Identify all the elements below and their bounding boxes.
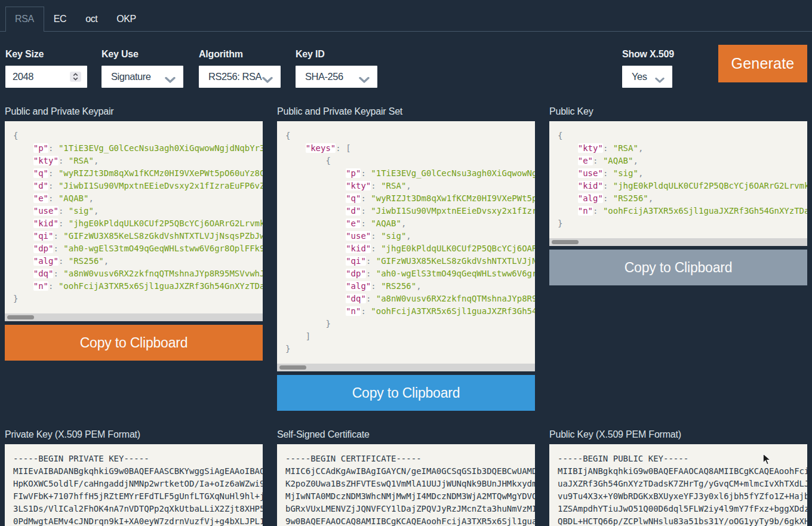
public-key-panel-title: Public Key — [549, 106, 807, 117]
private-key-pem-code: -----BEGIN PRIVATE KEY----- MIIEvAIBADAN… — [5, 444, 263, 526]
keypair-set-panel: Public and Private Keypair Set { "keys":… — [277, 106, 535, 411]
keypair-panel-title: Public and Private Keypair — [5, 106, 263, 117]
keypair-json-code: { "p": "1TiE3EVg_G0lCecNsu3agh0XiGqwowNg… — [5, 121, 263, 313]
tab-oct[interactable]: oct — [76, 7, 107, 31]
key-id-select[interactable]: SHA-256 — [296, 66, 377, 88]
keypair-horizontal-scrollbar[interactable] — [5, 313, 263, 321]
key-size-input[interactable]: 2048 — [5, 66, 87, 88]
show-x509-group: Show X.509 Yes — [622, 48, 672, 88]
keypair-panel: Public and Private Keypair { "p": "1TiE3… — [5, 106, 263, 361]
chevron-down-icon — [655, 75, 665, 85]
public-key-pem-code: -----BEGIN PUBLIC KEY----- MIIBIjANBgkqh… — [549, 444, 807, 526]
number-spinner-icon[interactable] — [70, 72, 81, 82]
show-x509-select[interactable]: Yes — [622, 66, 672, 88]
key-type-tabs: RSA EC oct OKP — [5, 7, 146, 32]
algorithm-label: Algorithm — [199, 48, 281, 60]
key-use-select[interactable]: Signature — [102, 66, 183, 88]
key-use-label: Key Use — [102, 48, 183, 60]
keypair-copy-button[interactable]: Copy to Clipboard — [5, 325, 263, 361]
tab-rsa[interactable]: RSA — [5, 7, 44, 32]
key-id-value: SHA-256 — [296, 71, 366, 82]
show-x509-label: Show X.509 — [622, 48, 672, 60]
certificate-title: Self-Signed Certificate — [277, 429, 535, 440]
public-key-copy-button[interactable]: Copy to Clipboard — [549, 250, 807, 285]
chevron-down-icon — [165, 75, 176, 85]
certificate-panel: Self-Signed Certificate -----BEGIN CERTI… — [277, 429, 535, 526]
key-use-value: Signature — [102, 71, 174, 82]
private-key-pem-title: Private Key (X.509 PEM Format) — [5, 429, 263, 440]
tab-okp[interactable]: OKP — [107, 7, 146, 31]
generate-button[interactable]: Generate — [718, 45, 807, 82]
public-key-panel: Public Key { "kty": "RSA", "e": "AQAB", … — [549, 106, 807, 285]
key-type-tabbar: RSA EC oct OKP — [0, 0, 812, 32]
key-size-value: 2048 — [5, 71, 33, 82]
jwk-generator-page: RSA EC oct OKP Key Size 2048 Key Use Sig… — [0, 0, 812, 526]
public-key-pem-panel: Public Key (X.509 PEM Format) -----BEGIN… — [549, 429, 807, 526]
tab-ec[interactable]: EC — [44, 7, 76, 31]
scrollbar-thumb[interactable] — [7, 315, 34, 319]
key-id-label: Key ID — [296, 48, 377, 60]
certificate-code: -----BEGIN CERTIFICATE----- MIIC6jCCAdKg… — [277, 444, 535, 526]
keypair-set-json-code: { "keys": [ { "p": "1TiE3EVg_G0lCecNsu3a… — [277, 121, 535, 364]
public-key-pem-title: Public Key (X.509 PEM Format) — [549, 429, 807, 440]
public-key-horizontal-scrollbar[interactable] — [549, 238, 807, 246]
scrollbar-thumb[interactable] — [552, 240, 579, 244]
key-use-group: Key Use Signature — [102, 48, 183, 88]
key-size-group: Key Size 2048 — [5, 48, 87, 88]
chevron-down-icon — [359, 75, 370, 85]
algorithm-group: Algorithm RS256: RSA — [199, 48, 281, 88]
scrollbar-thumb[interactable] — [279, 365, 306, 370]
private-key-pem-panel: Private Key (X.509 PEM Format) -----BEGI… — [5, 429, 263, 526]
keypair-set-copy-button[interactable]: Copy to Clipboard — [277, 375, 535, 411]
algorithm-select[interactable]: RS256: RSA — [199, 66, 281, 88]
keypair-set-panel-title: Public and Private Keypair Set — [277, 106, 535, 117]
public-key-json-code: { "kty": "RSA", "e": "AQAB", "use": "sig… — [549, 121, 807, 238]
key-id-group: Key ID SHA-256 — [296, 48, 377, 88]
key-size-label: Key Size — [5, 48, 87, 60]
keypair-set-horizontal-scrollbar[interactable] — [277, 364, 535, 371]
chevron-down-icon — [262, 75, 273, 85]
